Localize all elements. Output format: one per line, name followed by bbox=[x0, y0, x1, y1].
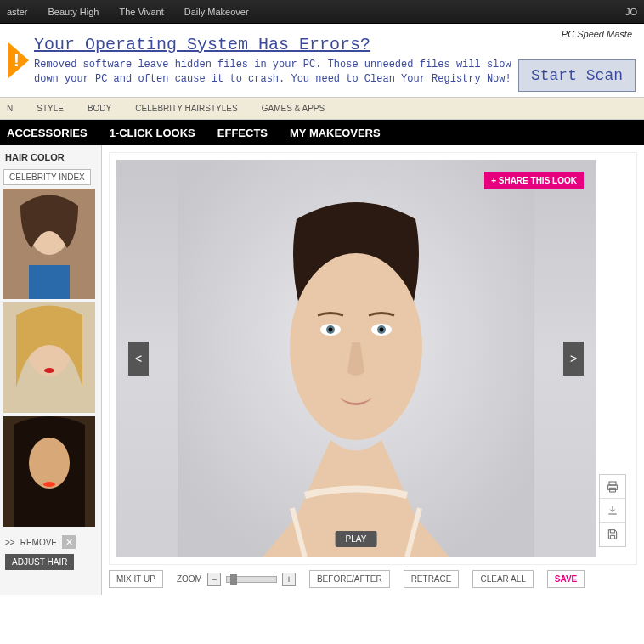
download-icon[interactable] bbox=[600, 499, 625, 523]
save-button[interactable]: SAVE bbox=[547, 570, 585, 588]
start-scan-button[interactable]: Start Scan bbox=[518, 59, 636, 92]
remove-x-icon[interactable]: ✕ bbox=[62, 535, 76, 549]
topnav-right[interactable]: JO bbox=[625, 7, 637, 17]
subnav-1click[interactable]: 1-CLICK LOOKS bbox=[110, 127, 195, 139]
ad-banner: ! Your Operating System Has Errors? Remo… bbox=[0, 24, 644, 98]
svg-point-11 bbox=[43, 482, 55, 487]
svg-point-16 bbox=[329, 328, 333, 332]
prev-arrow-button[interactable]: < bbox=[128, 342, 149, 376]
play-button[interactable]: PLAY bbox=[336, 531, 377, 547]
topnav-item[interactable]: Daily Makeover bbox=[184, 7, 249, 17]
svg-rect-20 bbox=[609, 482, 616, 485]
arrows-icon[interactable]: >> bbox=[5, 538, 15, 547]
zoom-slider[interactable] bbox=[226, 576, 277, 583]
svg-point-7 bbox=[44, 368, 54, 373]
print-icon[interactable] bbox=[600, 475, 625, 499]
before-after-button[interactable]: BEFORE/AFTER bbox=[309, 570, 390, 588]
svg-point-10 bbox=[29, 438, 70, 489]
subnav-accessories[interactable]: ACCESSORIES bbox=[7, 127, 88, 139]
remove-button[interactable]: REMOVE bbox=[20, 538, 57, 547]
sidebar-title: HAIR COLOR bbox=[3, 149, 98, 166]
zoom-label: ZOOM bbox=[177, 574, 202, 584]
celebrity-index-button[interactable]: CELEBRITY INDEX bbox=[3, 169, 91, 185]
zoom-in-button[interactable]: + bbox=[282, 573, 296, 586]
topnav-item[interactable]: The Vivant bbox=[119, 7, 163, 17]
makeover-canvas[interactable]: + SHARE THIS LOOK < > PLAY bbox=[116, 160, 596, 557]
mainnav-item[interactable]: GAMES & APPS bbox=[262, 104, 325, 113]
next-arrow-button[interactable]: > bbox=[563, 342, 584, 376]
subnav-mymakeovers[interactable]: MY MAKEOVERS bbox=[290, 127, 381, 139]
clear-all-button[interactable]: CLEAR ALL bbox=[472, 570, 533, 588]
ad-body: Removed software leave hidden files in y… bbox=[34, 58, 518, 87]
mix-it-up-button[interactable]: MIX IT UP bbox=[109, 570, 163, 588]
zoom-out-button[interactable]: − bbox=[207, 573, 221, 586]
warning-icon: ! bbox=[8, 35, 29, 86]
retrace-button[interactable]: RETRACE bbox=[404, 570, 460, 588]
svg-rect-4 bbox=[29, 265, 70, 299]
subnav-effects[interactable]: EFFECTS bbox=[217, 127, 268, 139]
celebrity-thumb[interactable] bbox=[3, 189, 95, 299]
svg-text:!: ! bbox=[14, 51, 20, 70]
zoom-handle[interactable] bbox=[230, 574, 237, 585]
celebrity-thumb[interactable] bbox=[3, 302, 95, 413]
mainnav-item[interactable]: CELEBRITY HAIRSTYLES bbox=[135, 104, 237, 113]
share-look-button[interactable]: + SHARE THIS LOOK bbox=[484, 172, 584, 189]
mainnav-item[interactable]: STYLE bbox=[37, 104, 64, 113]
topnav-item[interactable]: aster bbox=[7, 7, 27, 17]
save-disk-icon[interactable] bbox=[600, 523, 625, 546]
celebrity-thumb[interactable] bbox=[3, 416, 95, 527]
topnav-item[interactable]: Beauty High bbox=[48, 7, 99, 17]
model-image bbox=[178, 160, 534, 557]
svg-point-19 bbox=[380, 328, 384, 332]
mainnav-item[interactable]: N bbox=[7, 104, 13, 113]
mainnav-item[interactable]: BODY bbox=[88, 104, 111, 113]
ad-brand: PC Speed Maste bbox=[562, 29, 632, 39]
ad-title: Your Operating System Has Errors? bbox=[34, 35, 518, 54]
adjust-hair-button[interactable]: ADJUST HAIR bbox=[5, 554, 74, 570]
